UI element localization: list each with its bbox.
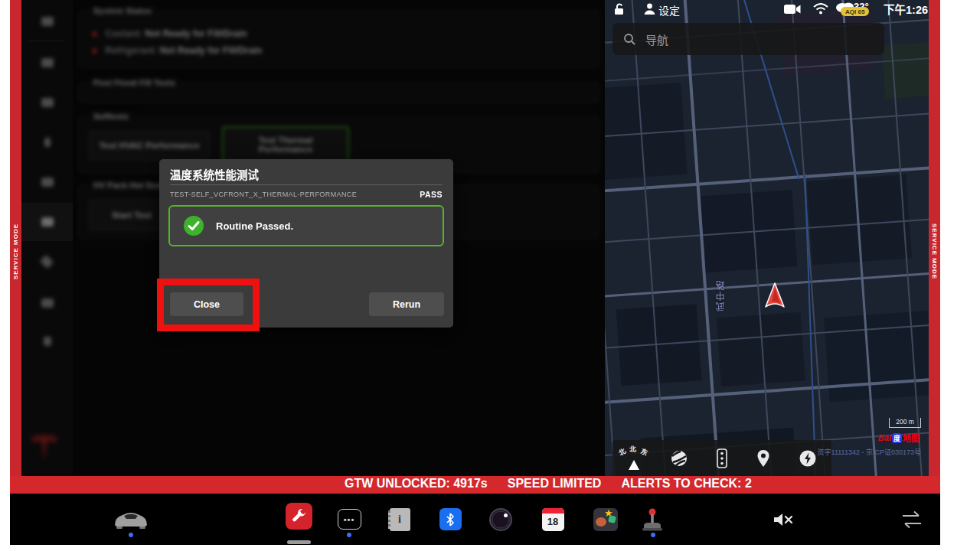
service-mode-label: SERVICE MODE (12, 223, 19, 279)
bluetooth-icon (439, 508, 462, 530)
nav-search-bar[interactable]: 导航 (612, 23, 884, 55)
vehicle-controls-button[interactable] (106, 494, 156, 545)
active-app-indicator (287, 540, 311, 544)
swap-arrows-icon (900, 510, 923, 529)
camera-lens-icon (489, 508, 512, 531)
service-mode-label: SERVICE MODE (931, 223, 938, 279)
heading-char: 北 (629, 444, 636, 455)
dashcam-icon[interactable] (784, 4, 801, 15)
tesla-screen: 武中路 导航 北 北 东 (0, 0, 980, 551)
search-icon (623, 33, 636, 46)
volume-mute-button[interactable] (769, 494, 797, 545)
car-icon (110, 508, 152, 531)
traffic-light-icon[interactable] (717, 448, 727, 468)
test-status-pass: PASS (420, 190, 443, 199)
tesla-logo (28, 435, 60, 462)
display-area: 武中路 导航 北 北 东 (10, 0, 940, 545)
map-pin-icon[interactable] (756, 449, 770, 468)
road-name-label: 武中路 (714, 279, 727, 311)
dialog-title: 温度系统性能测试 (170, 166, 259, 182)
notification-dot (347, 533, 351, 537)
rerun-button[interactable]: Rerun (369, 292, 444, 316)
wifi-icon (813, 3, 828, 15)
heading-char: 东 (639, 446, 650, 458)
service-app-button[interactable] (286, 503, 312, 530)
ellipsis-icon: ••• (344, 515, 355, 524)
gtw-unlocked-status: GTW UNLOCKED: 4917s (345, 477, 488, 491)
service-alert-banner: GTW UNLOCKED: 4917s SPEED LIMITED ALERTS… (10, 476, 940, 494)
taskbar: ‹ 手动 低 ⌂ ⌂ › ••• i (10, 494, 940, 545)
theater-button[interactable]: ★ (593, 494, 619, 545)
arcade-button[interactable] (639, 494, 665, 545)
baidu-logo: Bai 度 地图 (878, 432, 920, 444)
test-code: TEST-SELF_VCFRONT_X_THERMAL-PERFORMANCE (170, 191, 357, 198)
bluetooth-button[interactable] (439, 494, 462, 545)
dialog-divider (170, 184, 443, 185)
alerts-to-check-status: ALERTS TO CHECK: 2 (621, 477, 751, 491)
globe-icon[interactable] (670, 449, 688, 468)
service-mode-rail-right: SERVICE MODE (929, 0, 940, 476)
check-circle-icon (184, 216, 204, 236)
map-copyright: 资字11111342 - 京ICP证030173号 (818, 447, 921, 457)
app-switcher-button[interactable] (897, 494, 927, 545)
dashcam-viewer-button[interactable] (488, 494, 513, 545)
charging-icon[interactable] (799, 449, 817, 468)
routine-passed-box: Routine Passed. (168, 205, 444, 246)
owners-manual-button[interactable]: i (388, 494, 411, 545)
clock: 下午1:26 (884, 1, 928, 17)
nav-search-placeholder: 导航 (645, 31, 668, 47)
settings-link[interactable]: 设定 (658, 2, 680, 18)
heading-char: 北 (616, 446, 628, 458)
compass[interactable]: 北 北 东 (612, 440, 655, 476)
routine-passed-message: Routine Passed. (216, 220, 293, 232)
unlocked-icon (612, 2, 626, 16)
red-annotation-box (157, 279, 260, 331)
notification-dot (129, 533, 133, 537)
vehicle-location-arrow (763, 282, 786, 311)
map-tiles (605, 0, 929, 476)
compass-arrow-icon (629, 460, 639, 470)
joystick-icon (641, 507, 664, 532)
calendar-icon: 18 (542, 508, 564, 531)
service-mode-rail-left: SERVICE MODE (10, 0, 21, 476)
muted-speaker-icon (773, 512, 794, 527)
map-scale: 200 m (889, 418, 921, 428)
calendar-day: 18 (542, 514, 564, 530)
entertainment-icon: ★ (593, 508, 618, 531)
navigation-map[interactable]: 武中路 导航 北 北 东 (605, 0, 929, 476)
driver-profile-icon[interactable] (643, 2, 656, 15)
speed-limited-status: SPEED LIMITED (508, 477, 602, 491)
notification-dot (651, 533, 655, 537)
manual-icon: i (390, 508, 410, 531)
wrench-icon (291, 508, 307, 524)
calendar-button[interactable]: 18 (541, 494, 564, 545)
aqi-badge: AQI 65 (841, 7, 869, 16)
app-launcher-button[interactable]: ••• (337, 494, 361, 545)
map-toolbar (655, 440, 831, 476)
